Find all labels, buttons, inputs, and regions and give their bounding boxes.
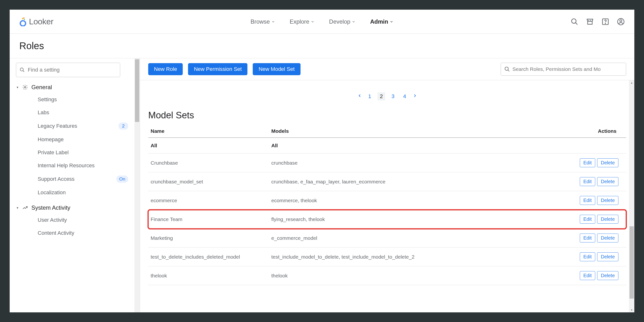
edit-button[interactable]: Edit bbox=[580, 158, 595, 167]
cell-name: Finance Team bbox=[148, 210, 269, 229]
table-row: AllAll bbox=[148, 138, 626, 154]
user-avatar-icon[interactable] bbox=[617, 18, 625, 25]
sidebar-item-homepage[interactable]: Homepage bbox=[38, 133, 134, 146]
main-panel: New RoleNew Permission SetNew Model Set … bbox=[140, 58, 634, 312]
delete-button[interactable]: Delete bbox=[597, 271, 618, 280]
sidebar-item-labs[interactable]: Labs bbox=[38, 106, 134, 119]
new-permission-set-button[interactable]: New Permission Set bbox=[188, 63, 248, 75]
svg-point-9 bbox=[620, 19, 622, 22]
delete-button[interactable]: Delete bbox=[597, 234, 618, 242]
edit-button[interactable]: Edit bbox=[580, 196, 595, 205]
svg-line-5 bbox=[576, 23, 578, 24]
svg-point-12 bbox=[24, 87, 26, 88]
nav-admin[interactable]: Admin bbox=[370, 18, 394, 25]
nav-explore[interactable]: Explore bbox=[290, 18, 314, 25]
delete-button[interactable]: Delete bbox=[597, 158, 618, 167]
sidebar-item-label: Labs bbox=[38, 109, 49, 116]
sidebar-item-legacy-features[interactable]: Legacy Features2 bbox=[38, 119, 134, 133]
cell-actions: EditDelete bbox=[573, 229, 626, 248]
caret-down-icon: ▾ bbox=[16, 85, 19, 89]
page-next-icon[interactable] bbox=[412, 93, 417, 100]
sidebar-item-label: Private Label bbox=[38, 150, 68, 156]
sidebar-search-input[interactable] bbox=[28, 67, 116, 73]
sidebar-group-label: System Activity bbox=[32, 204, 70, 211]
sidebar-item-content-activity[interactable]: Content Activity bbox=[38, 227, 134, 240]
sidebar-item-user-activity[interactable]: User Activity bbox=[38, 213, 134, 227]
toolbar: New RoleNew Permission SetNew Model Set bbox=[140, 58, 634, 80]
delete-button[interactable]: Delete bbox=[597, 196, 618, 205]
page-link-4[interactable]: 4 bbox=[401, 92, 408, 101]
sidebar-item-internal-help-resources[interactable]: Internal Help Resources bbox=[38, 159, 134, 172]
svg-line-11 bbox=[23, 71, 24, 72]
sidebar-item-settings[interactable]: Settings bbox=[38, 93, 134, 106]
edit-button[interactable]: Edit bbox=[580, 177, 595, 186]
new-model-set-button[interactable]: New Model Set bbox=[253, 63, 300, 75]
main-scroll-area: 1234 Model Sets Name Models Actions AllA… bbox=[140, 80, 634, 312]
delete-button[interactable]: Delete bbox=[597, 215, 618, 224]
scroll-thumb[interactable] bbox=[630, 226, 634, 299]
marketplace-icon[interactable] bbox=[586, 18, 594, 25]
sidebar-item-private-label[interactable]: Private Label bbox=[38, 146, 134, 159]
cell-name: Crunchbase bbox=[148, 154, 269, 172]
svg-point-7 bbox=[605, 23, 606, 23]
roles-search[interactable] bbox=[500, 63, 626, 76]
sidebar-item-localization[interactable]: Localization bbox=[38, 186, 134, 199]
col-name: Name bbox=[148, 125, 269, 138]
new-role-button[interactable]: New Role bbox=[148, 63, 183, 75]
sidebar-item-label: Internal Help Resources bbox=[38, 162, 94, 169]
cell-models: thelook bbox=[269, 266, 573, 285]
chevron-down-icon bbox=[352, 18, 356, 25]
chevron-down-icon bbox=[390, 18, 394, 25]
pagination: 1234 bbox=[148, 92, 626, 101]
edit-button[interactable]: Edit bbox=[580, 271, 595, 280]
logo-icon bbox=[19, 17, 26, 26]
edit-button[interactable]: Edit bbox=[580, 234, 595, 242]
roles-search-input[interactable] bbox=[512, 66, 622, 72]
scroll-thumb[interactable] bbox=[135, 59, 139, 122]
nav-browse[interactable]: Browse bbox=[250, 18, 275, 25]
scroll-arrow-up-icon[interactable]: ▴ bbox=[629, 80, 634, 85]
sidebar-item-support-access[interactable]: Support AccessOn bbox=[38, 172, 134, 186]
sidebar-item-label: Localization bbox=[38, 189, 66, 196]
sidebar-item-label: Legacy Features bbox=[38, 123, 77, 129]
page-prev-icon[interactable] bbox=[357, 93, 362, 100]
search-icon bbox=[504, 66, 510, 72]
sidebar-group-head[interactable]: ▾General bbox=[16, 81, 134, 93]
sidebar-group-head[interactable]: ▾System Activity bbox=[16, 202, 134, 213]
delete-button[interactable]: Delete bbox=[597, 177, 618, 186]
cell-name: test_to_delete_includes_deleted_model bbox=[148, 248, 269, 266]
sidebar-item-label: Settings bbox=[38, 96, 57, 103]
main-scrollbar[interactable]: ▴ ▾ bbox=[629, 80, 634, 312]
page-link-3[interactable]: 3 bbox=[389, 92, 397, 101]
sidebar-item-label: User Activity bbox=[38, 217, 67, 223]
chevron-down-icon bbox=[271, 18, 275, 25]
nav-label: Explore bbox=[290, 18, 309, 25]
page-link-1[interactable]: 1 bbox=[366, 92, 374, 101]
cell-models: e_commerce_model bbox=[269, 229, 573, 248]
search-icon[interactable] bbox=[570, 18, 578, 25]
table-row: CrunchbasecrunchbaseEditDelete bbox=[148, 154, 626, 172]
help-icon[interactable] bbox=[602, 18, 609, 25]
table-row: test_to_delete_includes_deleted_modeltes… bbox=[148, 248, 626, 266]
cell-actions: EditDelete bbox=[573, 191, 626, 210]
col-models: Models bbox=[269, 125, 573, 138]
edit-button[interactable]: Edit bbox=[580, 252, 595, 261]
nav-develop[interactable]: Develop bbox=[329, 18, 356, 25]
cell-name: Marketing bbox=[148, 229, 269, 248]
body: ▾GeneralSettingsLabsLegacy Features2Home… bbox=[10, 58, 634, 312]
cell-actions: EditDelete bbox=[573, 154, 626, 172]
page-link-2[interactable]: 2 bbox=[378, 92, 385, 101]
sidebar-scrollbar[interactable]: ▴ bbox=[134, 58, 140, 312]
scroll-arrow-down-icon[interactable]: ▾ bbox=[629, 308, 634, 312]
delete-button[interactable]: Delete bbox=[597, 252, 618, 261]
sidebar-group-label: General bbox=[32, 84, 52, 91]
table-row: ecommerceecommerce, thelookEditDelete bbox=[148, 191, 626, 210]
sidebar-item-label: Content Activity bbox=[38, 230, 74, 236]
sidebar-search[interactable] bbox=[16, 63, 120, 77]
cell-actions: EditDelete bbox=[573, 248, 626, 266]
cell-models: All bbox=[269, 138, 573, 154]
svg-point-0 bbox=[22, 18, 24, 19]
edit-button[interactable]: Edit bbox=[580, 215, 595, 224]
svg-point-10 bbox=[20, 68, 24, 71]
sidebar-group-system-activity: ▾System ActivityUser ActivityContent Act… bbox=[16, 202, 134, 240]
